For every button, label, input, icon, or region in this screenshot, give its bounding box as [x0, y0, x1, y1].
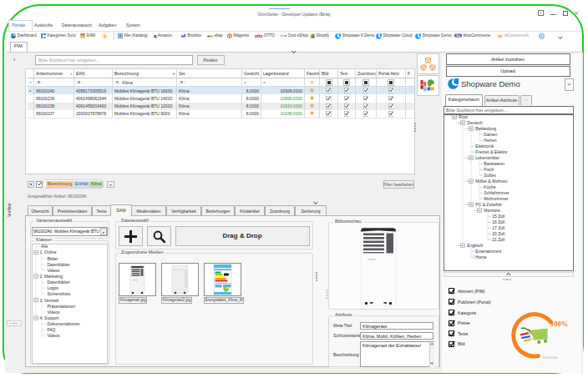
- svg-text:Bilder: Bilder: [47, 255, 58, 260]
- svg-text:16 Zoll: 16 Zoll: [492, 219, 504, 224]
- svg-text:Backwaren: Backwaren: [484, 161, 504, 166]
- svg-text:2. Marketing: 2. Marketing: [40, 274, 63, 279]
- svg-text:Datenblätter: Datenblätter: [47, 280, 70, 285]
- svg-text:Entertainment: Entertainment: [475, 249, 502, 254]
- svg-text:Datenblätter: Datenblätter: [47, 261, 70, 266]
- svg-text:15 Zoll: 15 Zoll: [492, 214, 504, 219]
- svg-text:Bekleidung: Bekleidung: [475, 126, 496, 131]
- svg-text:Damen: Damen: [484, 132, 497, 137]
- svg-text:Elektronik: Elektronik: [475, 144, 494, 149]
- svg-text:Lebensmittel: Lebensmittel: [475, 155, 499, 160]
- svg-text:Videos: Videos: [47, 333, 60, 338]
- svg-text:Videos: Videos: [47, 309, 60, 314]
- svg-text:Möbel & Wohnen: Möbel & Wohnen: [475, 179, 507, 184]
- svg-text:Schlafzimmer: Schlafzimmer: [484, 190, 509, 195]
- svg-text:Logos: Logos: [47, 285, 58, 290]
- svg-text:Wohnzimmer: Wohnzimmer: [484, 196, 509, 201]
- svg-text:FAQ: FAQ: [47, 327, 55, 332]
- svg-text:20 Zoll: 20 Zoll: [492, 231, 504, 236]
- svg-text:1. Online: 1. Online: [40, 249, 57, 255]
- svg-text:3. Vertrieb: 3. Vertrieb: [40, 297, 59, 302]
- svg-text:Süßes: Süßes: [484, 173, 496, 178]
- svg-text:Dokumentationen: Dokumentationen: [47, 321, 79, 326]
- svg-text:comfee: comfee: [368, 258, 376, 261]
- svg-text:21 Zoll: 21 Zoll: [492, 237, 504, 242]
- svg-text:Alle: Alle: [41, 244, 48, 249]
- svg-text:Screenshots: Screenshots: [47, 291, 70, 296]
- svg-text:17 Zoll: 17 Zoll: [492, 225, 504, 230]
- svg-text:Home: Home: [475, 255, 487, 260]
- svg-text:Monitore: Monitore: [484, 208, 500, 213]
- svg-text:Deutsch: Deutsch: [467, 120, 483, 125]
- svg-text:Küche: Küche: [484, 184, 495, 189]
- svg-text:Root: Root: [459, 114, 468, 119]
- svg-text:Fisch: Fisch: [484, 167, 494, 172]
- svg-text:Herren: Herren: [484, 138, 497, 143]
- svg-text:Videos: Videos: [47, 267, 60, 272]
- svg-text:4. Support: 4. Support: [40, 315, 60, 320]
- svg-text:Woo: Woo: [456, 34, 461, 38]
- svg-text:Präsentationen: Präsentationen: [47, 303, 75, 308]
- svg-text:PC & Zubehör: PC & Zubehör: [475, 202, 502, 207]
- svg-text:Freizeit & Elektro: Freizeit & Elektro: [475, 149, 507, 154]
- svg-text:Englisch: Englisch: [467, 243, 483, 248]
